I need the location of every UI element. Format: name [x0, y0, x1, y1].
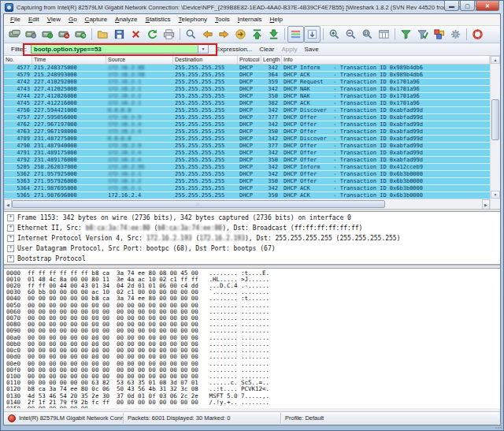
- save-file-icon[interactable]: [111, 26, 128, 43]
- coloring-rules-icon[interactable]: [431, 26, 447, 43]
- packet-row-5362[interactable]: 5362271.957925000172.16.2.1255.255.255.2…: [4, 171, 490, 178]
- column-header-source[interactable]: Source: [106, 56, 173, 64]
- detail-line-4[interactable]: +Bootstrap Protocol: [4, 254, 500, 264]
- list-interfaces-icon[interactable]: [6, 26, 23, 43]
- menu-file[interactable]: File: [6, 15, 24, 24]
- packet-row-4745[interactable]: 4745227.412216000172.16.2.1255.255.255.2…: [4, 100, 490, 107]
- expander-icon[interactable]: +: [7, 255, 14, 262]
- capture-start-icon[interactable]: [39, 26, 56, 43]
- detail-line-0[interactable]: +Frame 1153: 342 bytes on wire (2736 bit…: [4, 213, 500, 223]
- packet-row-4577[interactable]: 4577215.248375000172.16.2.86255.255.255.…: [4, 65, 490, 72]
- expander-icon[interactable]: +: [7, 225, 14, 232]
- print-icon[interactable]: [161, 26, 177, 43]
- close-button[interactable]: ✕: [476, 1, 499, 11]
- menu-capture[interactable]: Capture: [81, 15, 111, 24]
- packet-row-4762[interactable]: 4762227.967197000172.16.2.4255.255.255.2…: [4, 121, 490, 128]
- expander-icon[interactable]: +: [7, 235, 14, 242]
- menu-bar: FileEditViewGoCaptureAnalyzeStatisticsTe…: [4, 14, 500, 26]
- menu-internals[interactable]: Internals: [234, 15, 266, 24]
- packet-row-4757[interactable]: 4757227.595056000172.16.2.9255.255.255.2…: [4, 114, 490, 121]
- horizontal-scroll-thumb[interactable]: ⁞⁞: [12, 200, 385, 208]
- column-header-info[interactable]: Info: [282, 56, 490, 64]
- close-file-icon[interactable]: [128, 26, 144, 43]
- scroll-up-arrow-icon[interactable]: ▲: [491, 56, 500, 64]
- menu-statistics[interactable]: Statistics: [142, 15, 175, 24]
- packet-row-4742[interactable]: 4742227.410292000172.16.2.1255.255.255.2…: [4, 79, 490, 86]
- horizontal-scrollbar[interactable]: ◀ ⁞⁞ ▶: [4, 199, 490, 209]
- packet-row-5363[interactable]: 5363271.957926000172.16.2.2255.255.255.2…: [4, 178, 490, 185]
- packet-row-4756[interactable]: 4756227.5944210000.0.0.0255.255.255.255D…: [4, 107, 490, 114]
- go-to-bottom-icon[interactable]: [265, 26, 282, 43]
- column-header-length[interactable]: Length: [261, 56, 282, 64]
- toolbar-separator: [284, 28, 285, 40]
- menu-go[interactable]: Go: [65, 15, 81, 24]
- scroll-down-arrow-icon[interactable]: ▼: [491, 191, 500, 199]
- packet-list-rows: 4577215.248375000172.16.2.86255.255.255.…: [4, 65, 490, 199]
- filter-apply-button[interactable]: Apply: [281, 46, 297, 53]
- maximize-button[interactable]: ▢: [460, 1, 475, 11]
- zoom-100-icon[interactable]: [359, 26, 376, 43]
- packet-row-5365[interactable]: 5365271.987696000172.16.2.4255.255.255.2…: [4, 192, 490, 199]
- toolbar-separator: [466, 28, 467, 40]
- packet-row-4743[interactable]: 4743227.412025000172.16.2.1255.255.255.2…: [4, 86, 490, 93]
- status-profile: Profile: Default: [281, 413, 500, 423]
- go-to-top-icon[interactable]: [249, 26, 265, 43]
- vertical-scroll-thumb[interactable]: [491, 99, 499, 140]
- packet-row-4763[interactable]: 4763227.967198000172.16.2.4255.255.255.2…: [4, 128, 490, 136]
- help-icon[interactable]: [469, 26, 486, 43]
- packet-row-5364[interactable]: 5364271.987695000172.16.2.1255.255.255.2…: [4, 185, 490, 192]
- column-header-no[interactable]: No.: [4, 56, 32, 64]
- resize-columns-icon[interactable]: [376, 26, 392, 43]
- detail-line-2[interactable]: +Internet Protocol Version 4, Src: 172.1…: [4, 233, 500, 243]
- packet-row-4579[interactable]: 4579215.248993000172.16.2.50255.255.255.…: [4, 72, 490, 79]
- toolbar-separator: [323, 28, 324, 40]
- minimize-button[interactable]: ▬: [444, 1, 459, 11]
- filter-expression-button[interactable]: Expression...: [216, 46, 252, 53]
- expander-icon[interactable]: +: [7, 214, 14, 221]
- filter-clear-button[interactable]: Clear: [259, 46, 274, 53]
- filter-input[interactable]: [31, 44, 198, 54]
- menu-view[interactable]: View: [43, 15, 65, 24]
- column-header-protocol[interactable]: Protocol: [238, 56, 261, 64]
- capture-filters-icon[interactable]: [398, 26, 414, 43]
- autoscroll-toggle-icon[interactable]: [304, 26, 321, 43]
- menu-telephony[interactable]: Telephony: [175, 15, 211, 24]
- column-header-time[interactable]: Time: [32, 56, 106, 64]
- display-filters-icon[interactable]: [414, 26, 431, 43]
- status-bar: Intel(R) 82579LM Gigabit Network Connect…: [4, 411, 500, 425]
- status-packet-counts: Packets: 6001 Displayed: 30 Marked: 0: [124, 413, 281, 423]
- go-forward-icon[interactable]: [216, 26, 232, 43]
- packet-row-4792[interactable]: 4792231.489176000172.16.2.4255.255.255.2…: [4, 157, 490, 164]
- filter-dropdown-arrow-icon[interactable]: ▼: [198, 44, 209, 54]
- capture-stop-icon[interactable]: [56, 26, 72, 43]
- menu-edit[interactable]: Edit: [24, 15, 43, 24]
- go-back-icon[interactable]: [199, 26, 216, 43]
- reload-icon[interactable]: [144, 26, 161, 43]
- zoom-in-icon[interactable]: [326, 26, 343, 43]
- packet-row-4790[interactable]: 4790231.487940000172.16.2.9255.255.255.2…: [4, 143, 490, 150]
- find-packet-icon[interactable]: [183, 26, 199, 43]
- toolbar-separator: [180, 28, 180, 40]
- packet-row-4744[interactable]: 4744227.412026000172.16.2.2255.255.255.2…: [4, 93, 490, 100]
- detail-line-3[interactable]: +User Datagram Protocol, Src Port: bootp…: [4, 243, 500, 254]
- vertical-scrollbar[interactable]: ▲ ▼: [490, 56, 500, 209]
- detail-line-1[interactable]: +Ethernet II, Src: b8:ca:3a:74:ee:80 (b8…: [4, 223, 500, 233]
- preferences-icon[interactable]: [447, 26, 464, 43]
- menu-analyze[interactable]: Analyze: [111, 15, 141, 24]
- column-header-destination[interactable]: Destination: [173, 56, 238, 64]
- resize-grip[interactable]: [495, 422, 502, 429]
- menu-help[interactable]: Help: [265, 15, 286, 24]
- filter-save-button[interactable]: Save: [304, 46, 318, 53]
- capture-options-icon[interactable]: [23, 26, 39, 43]
- packet-row-5205[interactable]: 5205258.262037000172.16.2.95255.255.255.…: [4, 164, 490, 171]
- packet-row-4791[interactable]: 4791231.489175000172.16.2.4255.255.255.2…: [4, 150, 490, 157]
- capture-running-icon: [8, 414, 16, 422]
- zoom-out-icon[interactable]: [343, 26, 359, 43]
- colorize-toggle-icon[interactable]: [287, 26, 304, 43]
- packet-row-4789[interactable]: 4789231.4872750000.0.0.0255.255.255.255D…: [4, 136, 490, 143]
- go-to-packet-icon[interactable]: [232, 26, 249, 43]
- capture-restart-icon[interactable]: [72, 26, 89, 43]
- open-file-icon[interactable]: [94, 26, 111, 43]
- menu-tools[interactable]: Tools: [211, 15, 234, 24]
- expander-icon[interactable]: +: [7, 245, 14, 252]
